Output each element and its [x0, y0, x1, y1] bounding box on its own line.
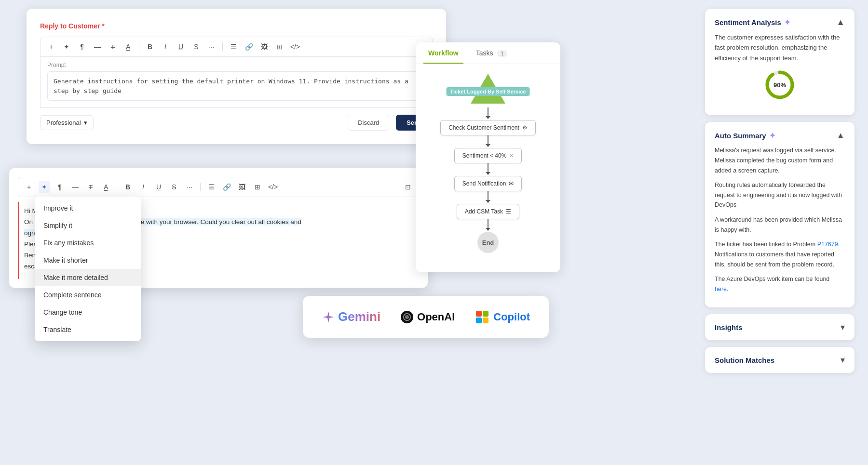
icon2-table[interactable]: ⊞	[252, 181, 263, 193]
icon-code[interactable]: </>	[289, 41, 301, 53]
menu-item-complete[interactable]: Complete sentence	[35, 286, 141, 304]
menu-item-shorter[interactable]: Make it shorter	[35, 252, 141, 269]
openai-text: OpenAI	[417, 311, 455, 323]
donut-label: 90%	[773, 81, 786, 89]
workflow-card: Workflow Tasks 1 Ticket Logged By Self S…	[416, 42, 560, 272]
icon2-strikethrough[interactable]: S	[168, 181, 180, 193]
icon2-resize[interactable]: ⊡	[402, 181, 414, 193]
icon-strikethrough-t[interactable]: T̶	[107, 41, 119, 53]
icon2-link[interactable]: 🔗	[221, 181, 232, 193]
icon2-list[interactable]: —	[69, 181, 81, 193]
brand-openai: OpenAI	[401, 311, 455, 323]
required-marker: *	[100, 22, 104, 30]
auto-summary-collapse[interactable]: ▲	[836, 131, 845, 141]
icon-list[interactable]: —	[92, 41, 103, 53]
auto-summary-content: Melissa's request was logged via self se…	[715, 146, 845, 294]
icon-more[interactable]: ···	[206, 41, 217, 53]
icon2-t-strikethrough[interactable]: T̶	[85, 181, 96, 193]
wf-arrow-4	[486, 200, 490, 203]
icon2-paragraph[interactable]: ¶	[54, 181, 66, 193]
summary-p1: Melissa's request was logged via self se…	[715, 146, 845, 175]
openai-logo-icon	[401, 311, 413, 323]
menu-item-fix[interactable]: Fix any mistakes	[35, 234, 141, 252]
icon-plus[interactable]: +	[45, 41, 57, 53]
insights-chevron: ▾	[841, 322, 845, 332]
toolbar2-sep2	[200, 183, 201, 191]
menu-item-improve[interactable]: Improve it	[35, 199, 141, 217]
icon2-italic[interactable]: I	[137, 181, 149, 193]
reply-title-text: Reply to Customer	[40, 22, 100, 30]
svg-rect-2	[483, 311, 488, 317]
wf-csm-label: Add CSM Task	[465, 208, 503, 215]
wf-box-notification[interactable]: Send Notification ✉	[454, 176, 522, 191]
sentiment-collapse[interactable]: ▲	[836, 17, 845, 27]
link-here[interactable]: here	[715, 286, 727, 292]
wf-arrow-1	[486, 116, 490, 119]
icon2-more[interactable]: ···	[184, 181, 195, 193]
summary-p2: Routing rules automatically forwarded th…	[715, 180, 845, 210]
svg-rect-3	[476, 318, 482, 323]
wf-start-label: Ticket Logged By Self Service	[447, 87, 530, 96]
solution-matches-panel[interactable]: Solution Matches ▾	[705, 347, 854, 373]
insights-title: Insights	[715, 323, 743, 332]
insights-panel[interactable]: Insights ▾	[705, 314, 854, 340]
icon-link[interactable]: 🔗	[243, 41, 255, 53]
icon-bullet-list[interactable]: ☰	[228, 41, 239, 53]
icon2-plus[interactable]: +	[23, 181, 35, 193]
prompt-area: Prompt Generate instructions for setting…	[40, 57, 433, 108]
tone-label: Professional	[46, 119, 81, 126]
tab-tasks[interactable]: Tasks 1	[471, 42, 512, 64]
prompt-input[interactable]: Generate instructions for setting the de…	[47, 71, 425, 101]
menu-item-translate[interactable]: Translate	[35, 321, 141, 338]
wf-box-sentiment[interactable]: Check Customer Sentiment ⚙	[440, 120, 536, 135]
menu-item-tone[interactable]: Change tone	[35, 304, 141, 321]
icon-underline-a[interactable]: A̲	[122, 41, 134, 53]
wf-notification-icon: ✉	[509, 180, 514, 187]
icon-underline[interactable]: U	[175, 41, 187, 53]
summary-p3: A workaround has been provided which Mel…	[715, 215, 845, 235]
icon2-bullet[interactable]: ☰	[205, 181, 217, 193]
icon2-ai[interactable]: ✦	[39, 181, 50, 193]
icon-paragraph[interactable]: ¶	[76, 41, 88, 53]
icon-table[interactable]: ⊞	[274, 41, 285, 53]
icon-italic[interactable]: I	[160, 41, 171, 53]
sentiment-title: Sentiment Analysis ✦	[715, 18, 790, 27]
wf-connector-1	[488, 107, 488, 116]
wf-notification-label: Send Notification	[462, 180, 506, 187]
menu-item-simplify[interactable]: Simplify it	[35, 217, 141, 234]
brand-copilot: Copilot	[475, 310, 530, 324]
wf-box-csm[interactable]: Add CSM Task ☰	[457, 204, 519, 219]
wf-sentiment-icon: ⚙	[522, 124, 528, 131]
wf-arrow-2	[486, 144, 490, 147]
icon2-underline[interactable]: U	[153, 181, 164, 193]
icon2-image[interactable]: 🖼	[236, 181, 248, 193]
discard-button[interactable]: Discard	[348, 115, 389, 131]
tasks-badge: 1	[497, 50, 507, 57]
icon-image[interactable]: 🖼	[258, 41, 270, 53]
tone-chevron: ▾	[84, 119, 87, 126]
sparkle-icon: ✦	[784, 18, 790, 27]
menu-item-detailed[interactable]: Make it more detailed	[35, 269, 141, 286]
solution-matches-chevron: ▾	[841, 355, 845, 365]
toolbar-separator	[139, 42, 139, 51]
icon2-code[interactable]: </>	[267, 181, 279, 193]
link-p17679[interactable]: P17679	[817, 241, 838, 248]
tab-workflow[interactable]: Workflow	[423, 42, 463, 64]
tone-selector[interactable]: Professional ▾	[40, 115, 94, 130]
right-panel: Sentiment Analysis ✦ ▲ The customer expr…	[705, 9, 854, 373]
icon2-underline-a[interactable]: A̲	[100, 181, 112, 193]
icon-strikethrough[interactable]: S	[190, 41, 202, 53]
donut-chart: 90%	[763, 68, 797, 102]
summary-p4: The ticket has been linked to Problem P1…	[715, 239, 845, 269]
summary-p5: The Azure DevOps work item can be found …	[715, 274, 845, 294]
icon2-bold[interactable]: B	[122, 181, 134, 193]
icon-ai[interactable]: ✦	[61, 41, 72, 53]
editor-toolbar: + ✦ ¶ — T̶ A̲ B I U S ··· ☰ 🔗 🖼 ⊞ </>	[40, 37, 433, 57]
wf-threshold-icon: ✕	[509, 153, 514, 159]
icon-bold[interactable]: B	[144, 41, 156, 53]
sentiment-panel: Sentiment Analysis ✦ ▲ The customer expr…	[705, 9, 854, 115]
donut-container: 90%	[715, 68, 845, 102]
solution-matches-title: Solution Matches	[715, 356, 774, 364]
prompt-label: Prompt	[47, 62, 425, 68]
wf-box-threshold[interactable]: Sentiment < 40% ✕	[454, 148, 522, 163]
